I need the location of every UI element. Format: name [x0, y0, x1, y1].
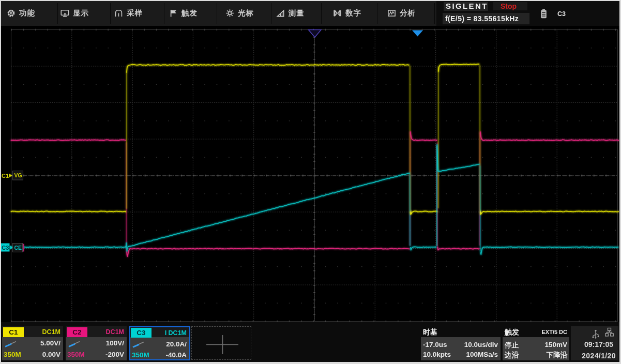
svg-text:C3: C3: [2, 245, 9, 251]
svg-text:CE: CE: [14, 245, 22, 251]
svg-text:VG: VG: [14, 172, 22, 178]
svg-text:C1: C1: [2, 173, 9, 179]
